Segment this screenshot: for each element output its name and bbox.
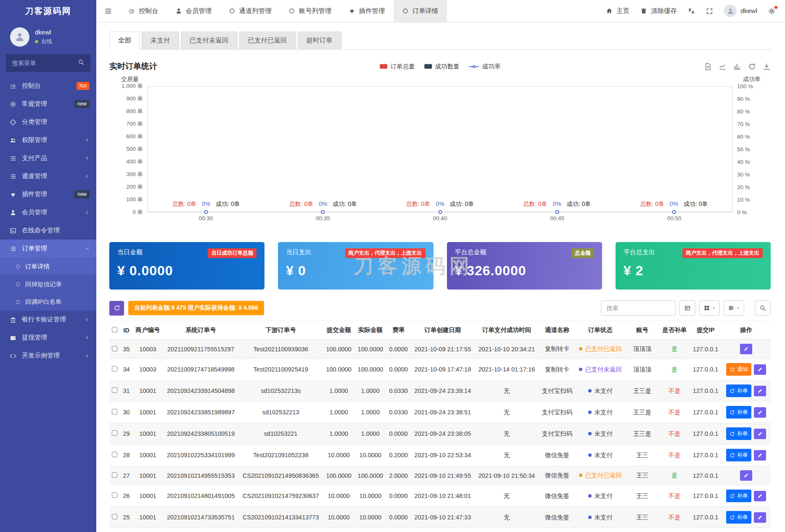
edit-order-button[interactable]: [754, 407, 766, 418]
search-table-button[interactable]: [755, 300, 771, 316]
cell-real-amount: 100.0000: [354, 466, 386, 485]
column-header-12[interactable]: 是否补单: [659, 321, 690, 340]
filter-tab-all[interactable]: 全部: [109, 32, 140, 49]
export-button[interactable]: [724, 300, 744, 316]
cell-created: 2021-09-10 21:49:55: [411, 466, 475, 485]
column-header-0[interactable]: ID: [120, 321, 132, 340]
row-checkbox[interactable]: [112, 492, 117, 498]
edit-order-button[interactable]: [754, 386, 766, 396]
bar-chart-button[interactable]: [733, 63, 741, 71]
select-all-checkbox[interactable]: [112, 327, 117, 332]
legend-item-1[interactable]: 成功数量: [424, 63, 460, 71]
row-checkbox[interactable]: [112, 366, 117, 371]
topbar-item-order-detail[interactable]: 订单详情: [394, 0, 447, 22]
edit-order-button[interactable]: [754, 429, 766, 439]
person-icon: [14, 32, 25, 42]
filter-tab-paid-returned[interactable]: 已支付已返回: [239, 32, 296, 49]
clear-cache-button[interactable]: 清除缓存: [635, 0, 682, 22]
data-view-button[interactable]: [704, 63, 712, 71]
topbar-item-console[interactable]: 控制台: [120, 0, 167, 22]
sidebar-item-general[interactable]: 常规管理new: [0, 95, 96, 113]
topbar-item-plugins[interactable]: 插件管理: [340, 0, 394, 22]
filter-tab-paid-unreturned[interactable]: 已支付未返回: [181, 32, 238, 49]
row-checkbox[interactable]: [112, 472, 117, 478]
row-checkbox[interactable]: [112, 387, 117, 393]
column-header-13[interactable]: 提交IP: [690, 321, 722, 340]
cell-channel: 复制转卡: [539, 340, 576, 359]
line-chart-button[interactable]: [719, 63, 727, 71]
user-menu[interactable]: dkewl: [719, 0, 763, 22]
filter-tab-unpaid[interactable]: 未支付: [142, 32, 179, 49]
legend-item-0[interactable]: 订单总量: [380, 63, 415, 71]
sidebar-item-console[interactable]: 控制台hot: [0, 77, 96, 95]
column-header-9[interactable]: 通道名称: [539, 321, 576, 340]
sidebar-item-permission[interactable]: 权限管理: [0, 131, 96, 149]
column-header-10[interactable]: 订单状态: [576, 321, 625, 340]
download-chart-button[interactable]: [763, 63, 771, 71]
user-avatar[interactable]: [10, 27, 29, 47]
sidebar-item-members[interactable]: 会员管理: [0, 203, 96, 221]
sidebar-item-category[interactable]: 分类管理: [0, 113, 96, 131]
cell-created: 2021-09-08 19:50:41: [411, 528, 475, 532]
row-checkbox[interactable]: [112, 430, 117, 436]
columns-button[interactable]: [699, 300, 720, 316]
row-checkbox[interactable]: [112, 409, 117, 414]
repair-order-button[interactable]: 补单: [726, 427, 751, 440]
sidebar-item-bankcard[interactable]: 银行卡验证管理: [0, 311, 96, 329]
column-header-6[interactable]: 费率: [386, 321, 410, 340]
sidebar-item-dev-examples[interactable]: 开发示例管理: [0, 347, 96, 365]
sidebar-item-withdraw[interactable]: 提现管理: [0, 329, 96, 347]
column-header-3[interactable]: 下游订单号: [238, 321, 323, 340]
repair-order-button[interactable]: 补单: [726, 385, 751, 397]
row-checkbox[interactable]: [112, 346, 117, 351]
topbar-item-channel-list[interactable]: 通道列管理: [220, 0, 280, 22]
hot-badge: hot: [77, 82, 90, 90]
sidebar-item-plugins[interactable]: 插件管理new: [0, 185, 96, 203]
column-header-14[interactable]: 操作: [722, 321, 771, 340]
notify-order-button[interactable]: 通知: [726, 363, 751, 376]
sidebar-item-channel[interactable]: 通道管理: [0, 167, 96, 185]
sidebar-item-pay-products[interactable]: 支付产品: [0, 149, 96, 167]
repair-order-button[interactable]: 补单: [726, 406, 751, 419]
sidebar-subitem-ip-whitelist[interactable]: 回调IP白名单: [0, 293, 96, 311]
edit-order-button[interactable]: [754, 512, 766, 523]
sidebar-search-button[interactable]: [74, 55, 88, 71]
column-header-8[interactable]: 订单支付成功时间: [475, 321, 539, 340]
column-header-5[interactable]: 实际金额: [354, 321, 386, 340]
sidebar-search-input[interactable]: [12, 60, 74, 66]
legend-item-2[interactable]: 成功率: [469, 63, 501, 71]
home-button[interactable]: 主页: [600, 0, 635, 22]
refresh-table-button[interactable]: [109, 301, 124, 316]
edit-order-button[interactable]: [754, 491, 766, 501]
detail-view-button[interactable]: [679, 300, 695, 316]
column-header-2[interactable]: 系统订单号: [163, 321, 239, 340]
sidebar-subitem-sms-record[interactable]: 回掉短信记录: [0, 275, 96, 293]
filter-tab-timeout[interactable]: 超时订单: [298, 32, 341, 49]
repair-order-button[interactable]: 补单: [726, 511, 751, 524]
column-header-11[interactable]: 账号: [625, 321, 659, 340]
edit-order-button[interactable]: [754, 450, 766, 461]
edit-order-button[interactable]: [740, 344, 752, 354]
topbar-item-members[interactable]: 会员管理: [167, 0, 220, 22]
settings-button[interactable]: [763, 0, 781, 22]
repair-order-button[interactable]: 补单: [726, 490, 751, 502]
row-checkbox[interactable]: [112, 514, 117, 519]
fullscreen-button[interactable]: [700, 0, 719, 22]
row-checkbox[interactable]: [112, 452, 117, 457]
y-tick-right: 80 %: [737, 108, 750, 115]
edit-order-button[interactable]: [754, 364, 766, 375]
sidebar-item-commands[interactable]: 在线命令管理: [0, 221, 96, 240]
cell-checkbox: [109, 340, 120, 359]
refresh-chart-button[interactable]: [748, 63, 756, 71]
translate-button[interactable]: [682, 0, 700, 22]
column-header-7[interactable]: 订单创建日期: [411, 321, 475, 340]
menu-toggle-button[interactable]: [96, 0, 120, 22]
table-search-input[interactable]: [601, 300, 676, 316]
sidebar-subitem-order-detail[interactable]: 订单详情: [0, 258, 96, 275]
edit-order-button[interactable]: [740, 470, 752, 481]
column-header-1[interactable]: 商户编号: [132, 321, 163, 340]
topbar-item-account-list[interactable]: 账号列管理: [280, 0, 340, 22]
column-header-4[interactable]: 提交金额: [323, 321, 354, 340]
repair-order-button[interactable]: 补单: [726, 449, 751, 461]
sidebar-item-orders[interactable]: 订单管理: [0, 240, 96, 258]
